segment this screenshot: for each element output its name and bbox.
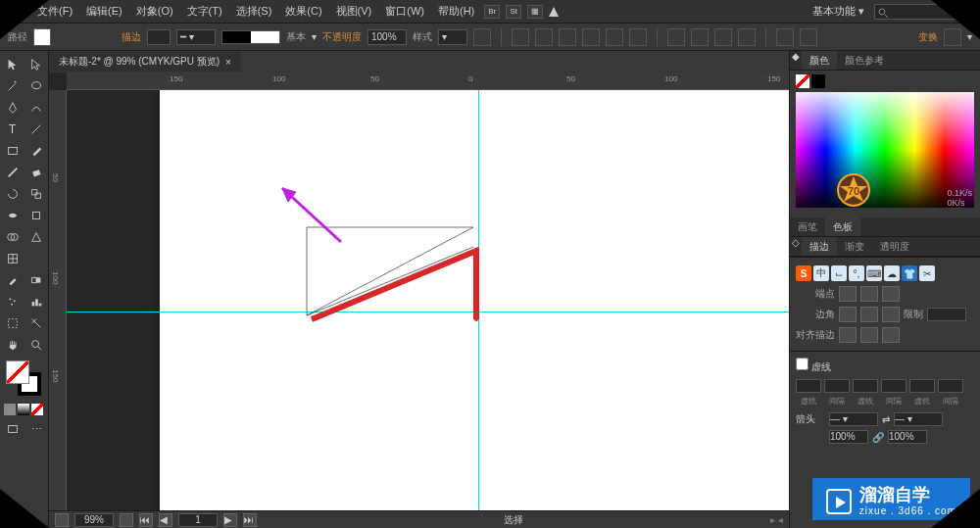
lasso-tool[interactable] bbox=[25, 76, 47, 96]
gap-field-2[interactable] bbox=[881, 379, 906, 393]
blend-tool[interactable] bbox=[25, 270, 47, 290]
color-mode-row[interactable] bbox=[2, 402, 47, 417]
menu-effect[interactable]: 效果(C) bbox=[279, 2, 327, 21]
scale-tool[interactable] bbox=[25, 184, 47, 204]
hand-tool[interactable] bbox=[2, 335, 24, 355]
style-dropdown[interactable]: ▾ bbox=[438, 29, 467, 45]
isolate-button[interactable] bbox=[776, 28, 794, 46]
slice-tool[interactable] bbox=[25, 313, 47, 333]
gap-field-1[interactable] bbox=[824, 379, 850, 393]
align-bottom-button[interactable] bbox=[629, 28, 647, 46]
guide-horizontal[interactable] bbox=[67, 312, 789, 312]
direct-selection-tool[interactable] bbox=[25, 55, 47, 74]
pen-tool[interactable] bbox=[2, 98, 24, 118]
zoom-in-button[interactable] bbox=[120, 513, 133, 527]
screen-mode-button[interactable] bbox=[2, 419, 24, 439]
artboard-tool[interactable] bbox=[2, 313, 24, 333]
opacity-label[interactable]: 不透明度 bbox=[322, 30, 362, 44]
menu-type[interactable]: 文字(T) bbox=[181, 2, 228, 21]
gradient-tool[interactable] bbox=[25, 249, 47, 268]
panel-tab-gradient[interactable]: 渐变 bbox=[837, 237, 872, 256]
dashed-line-checkbox[interactable] bbox=[796, 358, 808, 370]
panel-tab-brushes[interactable]: 画笔 bbox=[790, 217, 825, 236]
eyedropper-tool[interactable] bbox=[2, 270, 24, 290]
shape-union-button[interactable] bbox=[667, 28, 685, 46]
artboard-number-field[interactable]: 1 bbox=[178, 513, 218, 527]
mesh-tool[interactable] bbox=[2, 249, 24, 268]
fill-proxy-icon[interactable] bbox=[796, 74, 809, 88]
cap-butt-button[interactable] bbox=[839, 286, 857, 302]
symbol-sprayer-tool[interactable] bbox=[2, 292, 24, 312]
zoom-out-button[interactable] bbox=[55, 513, 69, 527]
shaper-tool[interactable] bbox=[2, 163, 24, 182]
menu-view[interactable]: 视图(V) bbox=[330, 2, 378, 21]
type-tool[interactable]: T bbox=[2, 120, 24, 139]
paintbrush-tool[interactable] bbox=[25, 141, 47, 161]
stroke-weight-field[interactable] bbox=[147, 29, 171, 45]
free-transform-tool[interactable] bbox=[25, 206, 47, 225]
eraser-tool[interactable] bbox=[25, 163, 47, 182]
stroke-label[interactable]: 描边 bbox=[122, 30, 141, 44]
swap-arrows-icon[interactable]: ⇄ bbox=[882, 414, 890, 425]
menu-window[interactable]: 窗口(W) bbox=[379, 2, 430, 21]
arrange-button[interactable]: ▦ bbox=[527, 5, 543, 19]
gap-field-3[interactable] bbox=[938, 379, 963, 393]
line-tool[interactable] bbox=[25, 120, 47, 139]
align-stroke-inside-button[interactable] bbox=[860, 327, 878, 343]
cap-square-button[interactable] bbox=[882, 286, 900, 302]
ruler-horizontal[interactable]: 150 100 50 0 50 100 150 bbox=[67, 72, 789, 90]
link-scale-icon[interactable]: 🔗 bbox=[872, 432, 884, 443]
menu-object[interactable]: 对象(O) bbox=[130, 2, 179, 21]
width-tool[interactable] bbox=[2, 206, 24, 225]
dash-field-2[interactable] bbox=[853, 379, 878, 393]
stroke-proxy-icon[interactable] bbox=[811, 74, 825, 88]
menu-select[interactable]: 选择(S) bbox=[230, 2, 278, 21]
stroke-width-profile[interactable]: ━ ▾ bbox=[176, 29, 216, 45]
menu-edit[interactable]: 编辑(E) bbox=[80, 2, 128, 21]
ruler-vertical[interactable]: 50 100 150 bbox=[49, 90, 67, 510]
miter-limit-field[interactable] bbox=[927, 308, 966, 321]
arrow-start-dropdown[interactable]: — ▾ bbox=[829, 412, 878, 426]
ime-indicator[interactable]: S中⌙°,⌨☁👕✂ bbox=[796, 265, 935, 281]
next-artboard-button[interactable]: ▶ bbox=[223, 513, 237, 527]
curvature-tool[interactable] bbox=[25, 98, 47, 118]
panel-tab-color[interactable]: 颜色 bbox=[802, 51, 837, 70]
perspective-tool[interactable] bbox=[25, 227, 47, 247]
panel-tab-transparency[interactable]: 透明度 bbox=[872, 237, 917, 256]
arrow-end-scale[interactable]: 100% bbox=[888, 430, 927, 444]
workspace-switcher[interactable]: 基本功能 ▾ bbox=[805, 2, 872, 21]
opacity-field[interactable]: 100% bbox=[368, 29, 407, 45]
align-stroke-center-button[interactable] bbox=[839, 327, 857, 343]
align-stroke-outside-button[interactable] bbox=[882, 327, 900, 343]
rectangle-tool[interactable] bbox=[2, 141, 24, 161]
fill-stroke-indicator[interactable] bbox=[2, 360, 47, 400]
first-artboard-button[interactable]: ⏮ bbox=[139, 513, 153, 527]
panel-tab-color-guide[interactable]: 颜色参考 bbox=[837, 51, 892, 70]
last-artboard-button[interactable]: ⏭ bbox=[243, 513, 257, 527]
selection-tool[interactable] bbox=[2, 55, 24, 74]
canvas[interactable] bbox=[67, 90, 789, 510]
bridge-button[interactable]: Br bbox=[484, 5, 500, 19]
shape-subtract-button[interactable] bbox=[691, 28, 709, 46]
edit-toolbar-button[interactable]: ⋯ bbox=[25, 419, 47, 439]
align-middle-button[interactable] bbox=[606, 28, 623, 46]
zoom-field[interactable]: 99% bbox=[74, 513, 114, 527]
stock-button[interactable]: St bbox=[506, 5, 521, 19]
recolor-button[interactable] bbox=[473, 28, 491, 46]
shape-exclude-button[interactable] bbox=[738, 28, 756, 46]
zoom-tool[interactable] bbox=[25, 335, 47, 355]
arrow-start-scale[interactable]: 100% bbox=[829, 430, 868, 444]
rotate-tool[interactable] bbox=[2, 184, 24, 204]
join-bevel-button[interactable] bbox=[882, 307, 900, 322]
document-tab[interactable]: 未标题-2* @ 99% (CMYK/GPU 预览) × bbox=[49, 52, 241, 72]
join-round-button[interactable] bbox=[860, 307, 878, 322]
dash-field-3[interactable] bbox=[909, 379, 935, 393]
dash-field-1[interactable] bbox=[796, 379, 821, 393]
cap-round-button[interactable] bbox=[860, 286, 878, 302]
magic-wand-tool[interactable] bbox=[2, 76, 24, 96]
panel-tab-swatches[interactable]: 色板 bbox=[825, 217, 860, 236]
menu-help[interactable]: 帮助(H) bbox=[432, 2, 480, 21]
brush-definition[interactable] bbox=[221, 30, 280, 44]
edit-button[interactable] bbox=[800, 28, 817, 46]
align-left-button[interactable] bbox=[512, 28, 529, 46]
